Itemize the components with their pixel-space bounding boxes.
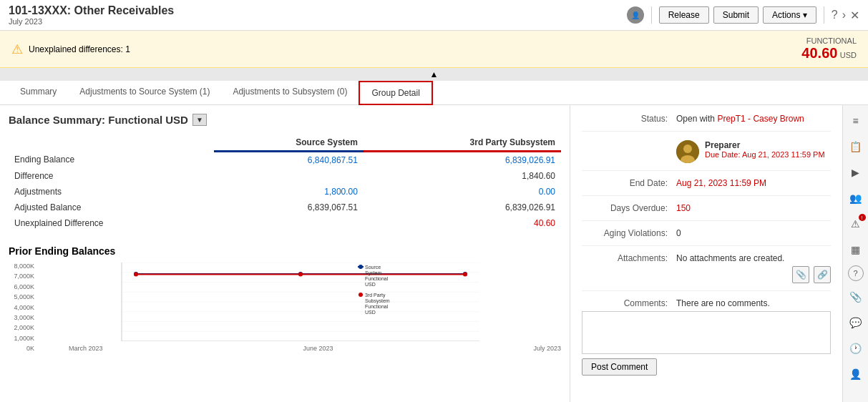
col-subsystem-header: 3rd Party Subsystem: [364, 134, 561, 152]
submit-button[interactable]: Submit: [713, 6, 759, 24]
sidebar-clock-icon[interactable]: 🕐: [846, 338, 866, 358]
chart-wrapper: 8,000K 7,000K 6,000K 5,000K 4,000K 3,000…: [9, 263, 561, 352]
warning-badge: !: [859, 214, 866, 221]
end-date-value: Aug 21, 2023 11:59 PM: [676, 178, 831, 188]
comments-value: There are no comments.: [676, 298, 831, 308]
svg-text:Subsystem: Subsystem: [365, 298, 390, 304]
sidebar-document-icon[interactable]: 📋: [846, 137, 866, 157]
comments-header: Comments: There are no comments.: [582, 298, 831, 308]
main-content: Balance Summary: Functional USD ▼ Source…: [0, 105, 868, 402]
svg-point-28: [683, 144, 692, 153]
attach-link-button[interactable]: 🔗: [814, 266, 831, 283]
page-title: 101-13XXX: Other Receivables: [9, 4, 174, 17]
days-overdue-label: Days Overdue:: [582, 203, 668, 213]
sidebar-play-icon[interactable]: ▶: [846, 162, 866, 182]
preparer-section: Preparer Due Date: Aug 21, 2023 11:59 PM: [676, 140, 825, 163]
svg-text:USD: USD: [365, 310, 376, 315]
balance-table: Source System 3rd Party Subsystem Ending…: [9, 134, 561, 231]
tabs-bar: Summary Adjustments to Source System (1)…: [0, 81, 868, 105]
tab-summary[interactable]: Summary: [9, 81, 68, 104]
status-value: Open with PrepT1 - Casey Brown: [676, 114, 831, 124]
row-label: Difference: [9, 168, 214, 184]
sidebar-question-icon[interactable]: ?: [848, 265, 864, 281]
aging-violations-row: Aging Violations: 0: [582, 228, 831, 246]
row-source: 6,840,867.51: [214, 152, 364, 169]
balance-summary-title-text: Balance Summary: Functional USD: [9, 114, 188, 126]
warning-triangle-icon: ⚠: [11, 41, 23, 57]
svg-text:Source: Source: [365, 265, 381, 270]
forward-icon[interactable]: ›: [842, 9, 846, 21]
banner-right: FUNCTIONAL 40.60 USD: [801, 36, 857, 62]
svg-text:Functional: Functional: [365, 304, 389, 309]
status-link[interactable]: PrepT1 - Casey Brown: [717, 114, 804, 124]
balance-summary-title: Balance Summary: Functional USD ▼: [9, 114, 561, 126]
x-label-march: March 2023: [69, 345, 103, 352]
attach-file-button[interactable]: 📎: [792, 266, 809, 283]
help-icon[interactable]: ?: [832, 9, 838, 21]
release-button[interactable]: Release: [659, 6, 709, 24]
sidebar-person-icon[interactable]: 👤: [846, 364, 866, 384]
row-label: Adjustments: [9, 184, 214, 200]
svg-text:3rd Party: 3rd Party: [365, 293, 386, 298]
chart-section: Prior Ending Balances 8,000K 7,000K 6,00…: [9, 245, 561, 352]
svg-text:System: System: [365, 270, 382, 276]
chart-title: Prior Ending Balances: [9, 245, 561, 257]
row-subsystem: 1,840.60: [364, 168, 561, 184]
comments-row: Comments: There are no comments. Post Co…: [582, 298, 831, 383]
actions-button[interactable]: Actions ▾: [763, 6, 816, 24]
balance-dropdown-icon[interactable]: ▼: [192, 114, 207, 126]
row-source: [214, 168, 364, 184]
attachments-value: No attachments are created.: [676, 253, 831, 263]
sidebar-icons: ≡ 📋 ▶ 👥 ⚠ ! ▦ ? 📎 💬 🕐 👤: [842, 105, 868, 402]
status-label: Status:: [582, 114, 668, 124]
aging-violations-value: 0: [676, 228, 831, 238]
comments-label: Comments:: [582, 298, 668, 308]
table-row: Difference 1,840.60: [9, 168, 561, 184]
svg-point-15: [463, 273, 467, 277]
sidebar-warning-icon[interactable]: ⚠ !: [846, 214, 866, 234]
x-label-july: July 2023: [533, 345, 561, 352]
end-date-row: End Date: Aug 21, 2023 11:59 PM: [582, 178, 831, 196]
sidebar-people-icon[interactable]: 👥: [846, 188, 866, 208]
left-panel: Balance Summary: Functional USD ▼ Source…: [0, 105, 570, 402]
header: 101-13XXX: Other Receivables July 2023 👤…: [0, 0, 868, 31]
attachment-icons: 📎 🔗: [582, 266, 831, 283]
banner-warning-text: Unexplained differences: 1: [29, 44, 130, 54]
aging-violations-label: Aging Violations:: [582, 228, 668, 238]
attachments-row: Attachments: No attachments are created.…: [582, 253, 831, 291]
sidebar-list-icon[interactable]: ≡: [846, 111, 866, 131]
sidebar-chat-icon[interactable]: 💬: [846, 313, 866, 333]
row-source: [214, 215, 364, 231]
comment-input[interactable]: [582, 311, 831, 354]
table-row: Ending Balance 6,840,867.51 6,839,026.91: [9, 152, 561, 169]
col-source-header: Source System: [214, 134, 364, 152]
x-label-june: June 2023: [303, 345, 333, 352]
svg-text:USD: USD: [365, 282, 376, 287]
sidebar-clip-icon[interactable]: 📎: [846, 287, 866, 307]
tab-adjustments-subsystem[interactable]: Adjustments to Subsystem (0): [221, 81, 359, 104]
row-subsystem: 40.60: [364, 215, 561, 231]
preparer-info: Preparer Due Date: Aug 21, 2023 11:59 PM: [705, 140, 825, 159]
tab-adjustments-source[interactable]: Adjustments to Source System (1): [68, 81, 221, 104]
svg-text:Functional: Functional: [365, 276, 389, 281]
days-overdue-row: Days Overdue: 150: [582, 203, 831, 221]
chart-x-labels: March 2023 June 2023 July 2023: [40, 345, 561, 352]
preparer-name: Preparer: [705, 140, 825, 150]
close-icon[interactable]: ✕: [850, 9, 859, 22]
collapse-bar[interactable]: ▲: [0, 68, 868, 81]
status-row: Status: Open with PrepT1 - Casey Brown: [582, 114, 831, 132]
avatar-image: [676, 140, 699, 163]
svg-point-17: [359, 265, 363, 269]
sidebar-grid-icon[interactable]: ▦: [846, 240, 866, 260]
row-subsystem: 6,839,026.91: [364, 200, 561, 215]
right-panel: Status: Open with PrepT1 - Casey Brown P…: [570, 105, 842, 402]
row-source: 1,800.00: [214, 184, 364, 200]
tab-group-detail[interactable]: Group Detail: [359, 81, 432, 105]
col-label-header: [9, 134, 214, 152]
preparer-row: Preparer Due Date: Aug 21, 2023 11:59 PM: [582, 139, 831, 171]
attachments-label: Attachments:: [582, 253, 668, 263]
table-row: Adjustments 1,800.00 0.00: [9, 184, 561, 200]
functional-label: FUNCTIONAL: [801, 36, 857, 45]
post-comment-button[interactable]: Post Comment: [582, 358, 657, 376]
preparer-avatar: [676, 140, 699, 163]
